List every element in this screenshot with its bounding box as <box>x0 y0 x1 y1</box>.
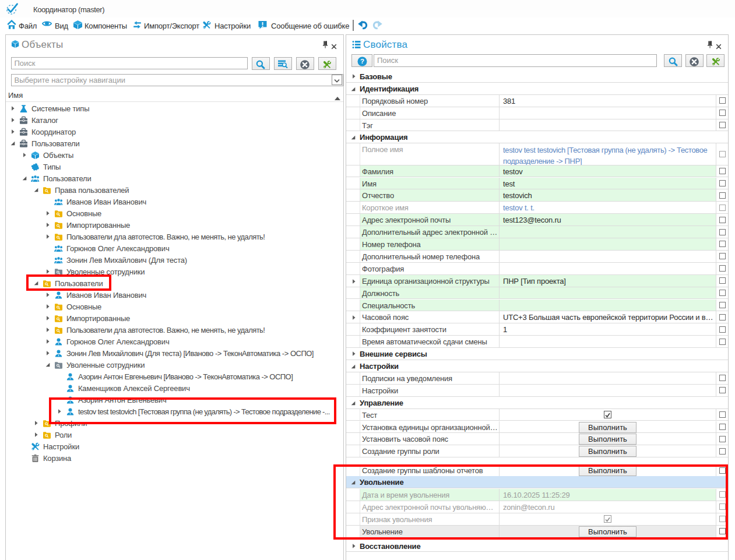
svg-text:?: ? <box>360 58 364 65</box>
